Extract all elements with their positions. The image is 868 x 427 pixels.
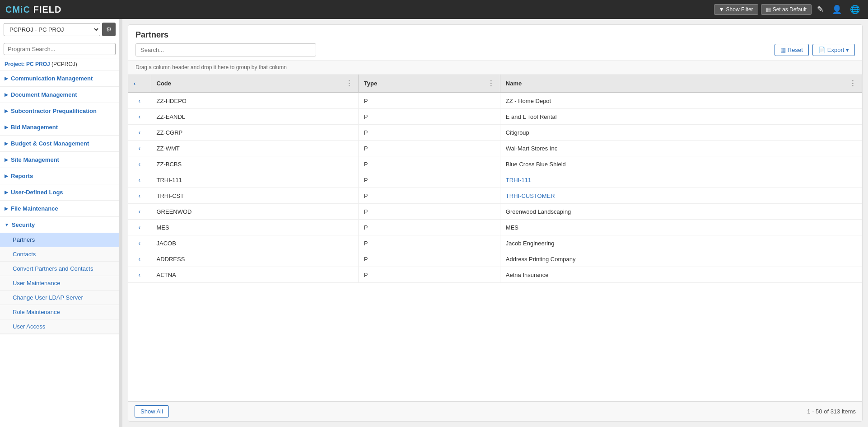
row-name-cell[interactable]: TRHI-111 bbox=[500, 172, 862, 188]
sidebar-item-rolemaintenance[interactable]: Role Maintenance bbox=[0, 305, 119, 319]
row-expand-cell[interactable]: ‹ bbox=[128, 172, 151, 188]
search-input[interactable] bbox=[135, 43, 316, 56]
row-arrow-icon[interactable]: ‹ bbox=[138, 145, 140, 152]
row-arrow-icon[interactable]: ‹ bbox=[138, 129, 140, 136]
row-arrow-icon[interactable]: ‹ bbox=[138, 176, 140, 183]
nav-group-label: Site Management bbox=[11, 156, 59, 163]
table-row: ‹ZZ-CGRPPCitigroup bbox=[128, 125, 862, 141]
col-name-menu[interactable]: ⋮ bbox=[849, 79, 856, 88]
set-as-default-button[interactable]: ▦ Set as Default bbox=[761, 4, 812, 15]
row-arrow-icon[interactable]: ‹ bbox=[138, 97, 140, 104]
sidebar-gear-button[interactable]: ⚙ bbox=[102, 23, 116, 36]
project-name: PC PROJ bbox=[26, 61, 51, 67]
table-row: ‹ZZ-EANDLPE and L Tool Rental bbox=[128, 109, 862, 125]
row-type-cell: P bbox=[358, 235, 500, 251]
program-search-input[interactable] bbox=[4, 43, 116, 55]
row-expand-cell[interactable]: ‹ bbox=[128, 93, 151, 109]
show-all-button[interactable]: Show All bbox=[135, 405, 169, 418]
set-as-default-label: Set as Default bbox=[773, 6, 807, 13]
col-type-menu[interactable]: ⋮ bbox=[487, 79, 495, 88]
nav-group-header-document[interactable]: ▶Document Management bbox=[0, 87, 119, 103]
row-name-cell: Citigroup bbox=[500, 125, 862, 141]
row-name-link[interactable]: TRHI-CUSTOMER bbox=[506, 192, 555, 199]
row-type-cell: P bbox=[358, 141, 500, 156]
nav-group-header-security[interactable]: ▼Security bbox=[0, 217, 119, 233]
table-row: ‹JACOBPJacob Engineering bbox=[128, 235, 862, 251]
project-select[interactable]: PCPROJ - PC PROJ bbox=[4, 23, 100, 36]
row-arrow-icon[interactable]: ‹ bbox=[138, 224, 140, 231]
row-type-cell: P bbox=[358, 156, 500, 172]
row-arrow-icon[interactable]: ‹ bbox=[138, 208, 140, 215]
row-arrow-icon[interactable]: ‹ bbox=[138, 113, 140, 120]
col-header-code[interactable]: Code ⋮ bbox=[151, 75, 358, 93]
nav-group-header-reports[interactable]: ▶Reports bbox=[0, 168, 119, 184]
row-name-cell: Blue Cross Blue Shield bbox=[500, 156, 862, 172]
nav-group-label: Budget & Cost Management bbox=[11, 140, 89, 147]
col-code-menu[interactable]: ⋮ bbox=[345, 79, 353, 88]
row-name-link[interactable]: TRHI-111 bbox=[506, 177, 531, 183]
row-arrow-icon[interactable]: ‹ bbox=[138, 192, 140, 199]
row-arrow-icon[interactable]: ‹ bbox=[138, 271, 140, 278]
row-code-cell: TRHI-111 bbox=[151, 172, 358, 188]
nav-group-header-budget[interactable]: ▶Budget & Cost Management bbox=[0, 136, 119, 151]
table-scroll[interactable]: ‹ Code ⋮ Type bbox=[128, 75, 862, 401]
pagination-info: 1 - 50 of 313 items bbox=[807, 408, 856, 415]
row-type-cell: P bbox=[358, 251, 500, 267]
nav-group-header-site[interactable]: ▶Site Management bbox=[0, 152, 119, 168]
project-name-label: Project: bbox=[5, 61, 25, 67]
nav-group-header-bid[interactable]: ▶Bid Management bbox=[0, 119, 119, 135]
row-expand-cell[interactable]: ‹ bbox=[128, 267, 151, 283]
row-expand-cell[interactable]: ‹ bbox=[128, 109, 151, 125]
row-name-cell: Greenwood Landscaping bbox=[500, 204, 862, 220]
sidebar-item-useraccess[interactable]: User Access bbox=[0, 319, 119, 334]
table-header-row: ‹ Code ⋮ Type bbox=[128, 75, 862, 93]
col-header-type[interactable]: Type ⋮ bbox=[358, 75, 500, 93]
edit-icon-button[interactable]: ✎ bbox=[814, 3, 826, 16]
chevron-icon: ▶ bbox=[5, 108, 8, 113]
row-expand-cell[interactable]: ‹ bbox=[128, 220, 151, 235]
nav-group-reports: ▶Reports bbox=[0, 168, 119, 184]
user-icon-button[interactable]: 👤 bbox=[829, 3, 845, 16]
reset-button[interactable]: ▦ Reset bbox=[775, 44, 809, 56]
row-expand-cell[interactable]: ‹ bbox=[128, 141, 151, 156]
row-name-cell: Jacob Engineering bbox=[500, 235, 862, 251]
sidebar-item-usermaintenance[interactable]: User Maintenance bbox=[0, 276, 119, 291]
filter-icon: ▼ bbox=[719, 6, 724, 13]
row-type-cell: P bbox=[358, 188, 500, 204]
row-arrow-icon[interactable]: ‹ bbox=[138, 239, 140, 247]
export-button[interactable]: 📄 Export ▾ bbox=[812, 44, 855, 56]
table-wrapper: ‹ Code ⋮ Type bbox=[128, 75, 862, 401]
nav-group-header-communication[interactable]: ▶Communication Management bbox=[0, 70, 119, 86]
nav-group-label: Communication Management bbox=[11, 75, 93, 82]
row-name-cell: ZZ - Home Depot bbox=[500, 93, 862, 109]
col-header-name[interactable]: Name ⋮ bbox=[500, 75, 862, 93]
sidebar-item-partners[interactable]: Partners bbox=[0, 233, 119, 247]
row-code-cell: ZZ-CGRP bbox=[151, 125, 358, 141]
row-name-cell[interactable]: TRHI-CUSTOMER bbox=[500, 188, 862, 204]
row-arrow-icon[interactable]: ‹ bbox=[138, 160, 140, 168]
row-expand-cell[interactable]: ‹ bbox=[128, 235, 151, 251]
table-footer: Show All 1 - 50 of 313 items bbox=[128, 401, 862, 421]
row-expand-cell[interactable]: ‹ bbox=[128, 156, 151, 172]
row-type-cell: P bbox=[358, 204, 500, 220]
nav-group-header-filemaintenance[interactable]: ▶File Maintenance bbox=[0, 201, 119, 216]
row-expand-cell[interactable]: ‹ bbox=[128, 251, 151, 267]
row-expand-cell[interactable]: ‹ bbox=[128, 188, 151, 204]
sidebar-item-ldap[interactable]: Change User LDAP Server bbox=[0, 291, 119, 305]
table-row: ‹ZZ-WMTPWal-Mart Stores Inc bbox=[128, 141, 862, 156]
nav-group-header-subcontractor[interactable]: ▶Subcontractor Prequalification bbox=[0, 103, 119, 119]
nav-group-header-userdefined[interactable]: ▶User-Defined Logs bbox=[0, 184, 119, 200]
help-icon-button[interactable]: 🌐 bbox=[847, 3, 863, 16]
row-expand-cell[interactable]: ‹ bbox=[128, 204, 151, 220]
partners-table: ‹ Code ⋮ Type bbox=[128, 75, 862, 283]
sidebar-item-contacts[interactable]: Contacts bbox=[0, 247, 119, 262]
row-type-cell: P bbox=[358, 220, 500, 235]
row-code-cell: ZZ-WMT bbox=[151, 141, 358, 156]
chevron-icon: ▶ bbox=[5, 141, 8, 146]
project-code: (PCPROJ) bbox=[51, 61, 77, 67]
row-arrow-icon[interactable]: ‹ bbox=[138, 255, 140, 263]
sidebar-search bbox=[0, 40, 119, 58]
show-filter-button[interactable]: ▼ Show Filter bbox=[714, 4, 758, 15]
row-expand-cell[interactable]: ‹ bbox=[128, 125, 151, 141]
sidebar-item-convert[interactable]: Convert Partners and Contacts bbox=[0, 262, 119, 276]
